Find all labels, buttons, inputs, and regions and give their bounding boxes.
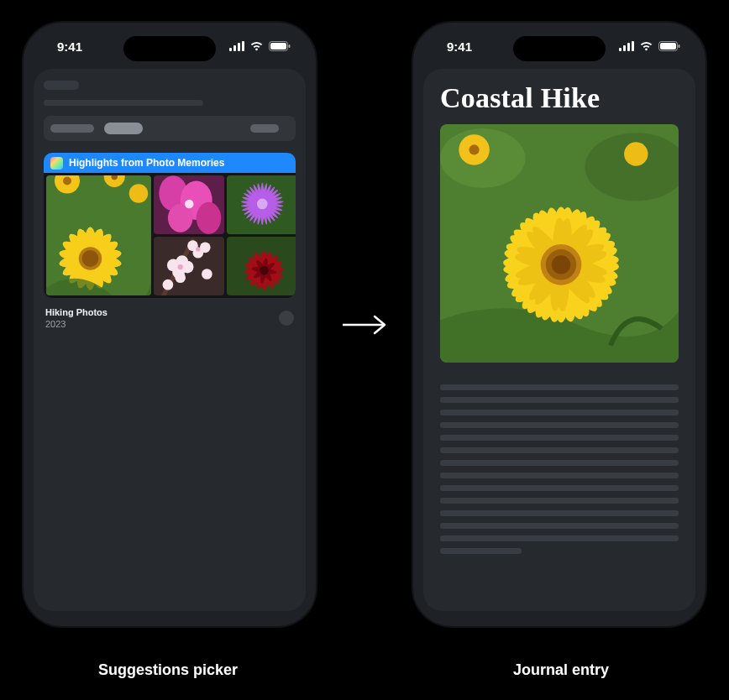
status-indicators [229, 41, 291, 51]
svg-point-32 [81, 250, 98, 267]
svg-rect-100 [632, 41, 634, 51]
notch [513, 36, 606, 61]
svg-point-55 [257, 199, 268, 210]
cellular-icon [229, 41, 244, 51]
svg-point-61 [167, 259, 180, 272]
photo-thumbnail[interactable] [227, 237, 296, 295]
text-line [440, 410, 679, 415]
highlights-header: Highlights from Photo Memories [44, 153, 296, 173]
svg-point-69 [196, 247, 200, 251]
card-title: Hiking Photos [45, 306, 108, 318]
arrow-icon [341, 313, 388, 337]
phone-suggestions: 9:41 [22, 21, 317, 628]
suggestions-sheet: Highlights from Photo Memories [34, 69, 306, 611]
svg-rect-102 [660, 43, 676, 50]
notch [123, 36, 216, 61]
svg-rect-99 [627, 43, 630, 51]
svg-rect-97 [619, 48, 621, 51]
entry-title: Coastal Hike [440, 82, 679, 114]
photo-grid [44, 173, 296, 298]
entry-hero-image[interactable] [440, 124, 679, 363]
highlights-card[interactable]: Highlights from Photo Memories [44, 153, 296, 298]
photos-app-icon [50, 157, 63, 170]
card-year: 2023 [45, 318, 108, 330]
svg-point-109 [624, 142, 648, 165]
status-time: 9:41 [447, 39, 472, 54]
photo-thumbnail[interactable] [154, 237, 225, 295]
svg-point-38 [185, 200, 194, 209]
svg-rect-0 [229, 48, 232, 51]
caption-right: Journal entry [413, 661, 709, 679]
entry-body-placeholder [440, 384, 679, 554]
segment-selected[interactable] [104, 123, 143, 134]
battery-icon [658, 41, 680, 51]
wifi-icon [639, 41, 653, 51]
svg-point-68 [177, 264, 182, 269]
photo-thumbnail[interactable] [154, 175, 225, 234]
svg-point-108 [469, 144, 479, 154]
cellular-icon [619, 41, 634, 51]
text-line [440, 535, 679, 541]
svg-point-62 [175, 272, 186, 283]
svg-rect-5 [270, 43, 286, 50]
text-line [440, 447, 679, 453]
text-line [440, 460, 679, 466]
svg-rect-103 [679, 44, 680, 48]
svg-point-9 [63, 177, 71, 185]
svg-point-66 [163, 279, 174, 290]
text-line [440, 548, 522, 554]
skeleton-handle [44, 81, 79, 90]
segment-option[interactable] [250, 124, 279, 133]
highlights-label: Highlights from Photo Memories [69, 157, 224, 169]
segment-option[interactable] [50, 124, 94, 133]
status-time: 9:41 [57, 39, 82, 54]
text-line [440, 384, 679, 390]
svg-rect-1 [233, 45, 236, 51]
text-line [440, 435, 679, 441]
text-line [440, 523, 679, 529]
svg-point-67 [202, 269, 212, 279]
svg-point-64 [200, 242, 211, 253]
svg-rect-98 [623, 45, 626, 51]
segmented-control[interactable] [44, 116, 296, 141]
svg-point-12 [129, 184, 148, 202]
text-line [440, 473, 679, 478]
svg-point-143 [552, 255, 570, 274]
text-line [440, 397, 679, 403]
svg-point-95 [260, 266, 270, 275]
phone-journal: 9:41 Coastal Hike [412, 21, 707, 628]
skeleton-subtitle [44, 100, 203, 106]
caption-left: Suggestions picker [20, 661, 316, 679]
svg-point-36 [197, 202, 222, 234]
battery-icon [269, 41, 291, 51]
text-line [440, 498, 679, 504]
journal-entry: Coastal Hike [423, 69, 695, 611]
text-line [440, 510, 679, 516]
photo-thumbnail[interactable] [227, 175, 296, 234]
text-line [440, 485, 679, 491]
svg-rect-3 [242, 41, 244, 51]
svg-rect-2 [238, 43, 240, 51]
status-indicators [619, 41, 680, 51]
text-line [440, 422, 679, 428]
photo-thumbnail[interactable] [46, 175, 151, 295]
wifi-icon [249, 41, 264, 51]
card-metadata: Hiking Photos 2023 [44, 306, 296, 331]
svg-rect-6 [289, 44, 291, 48]
more-button[interactable] [279, 311, 294, 326]
